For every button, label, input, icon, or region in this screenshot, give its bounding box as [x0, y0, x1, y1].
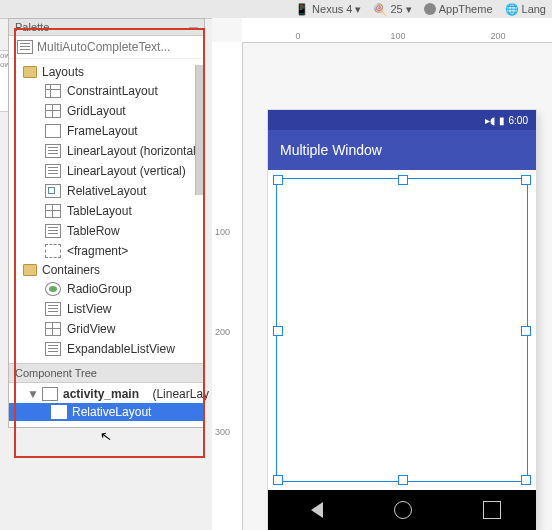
item-linearlayout-v[interactable]: LinearLayout (vertical)	[9, 161, 204, 181]
theme-selector[interactable]: AppTheme	[424, 3, 493, 15]
group-containers[interactable]: Containers	[9, 261, 204, 279]
home-icon[interactable]	[394, 501, 412, 519]
layout-icon	[45, 204, 61, 218]
folder-icon	[23, 66, 37, 78]
item-tablerow[interactable]: TableRow	[9, 221, 204, 241]
tree-arrow-icon[interactable]: ▼	[27, 387, 37, 401]
layout-icon	[45, 144, 61, 158]
selection-rect[interactable]	[276, 178, 528, 482]
status-bar: ▸◖ ▮ 6:00	[268, 110, 536, 130]
app-title: Multiple Window	[280, 142, 382, 158]
scrollbar[interactable]	[195, 65, 204, 195]
layout-icon	[51, 405, 67, 419]
layout-icon	[45, 282, 61, 296]
lang-selector[interactable]: 🌐Lang	[505, 3, 546, 16]
component-tree: ▼ activity_main (LinearLay RelativeLayou…	[9, 383, 204, 427]
back-icon[interactable]	[303, 502, 323, 518]
item-tablelayout[interactable]: TableLayout	[9, 201, 204, 221]
item-gridlayout[interactable]: GridLayout	[9, 101, 204, 121]
layout-icon	[45, 164, 61, 178]
preview-content[interactable]	[268, 170, 536, 490]
resize-handle[interactable]	[521, 475, 531, 485]
cursor-icon: ↖	[99, 427, 114, 445]
top-toolbar: 📱Nexus 4▾ 🍭25▾ AppTheme 🌐Lang	[0, 0, 552, 19]
tree-root[interactable]: ▼ activity_main (LinearLay	[9, 385, 204, 403]
api-selector[interactable]: 🍭25▾	[373, 3, 411, 16]
palette-panel: Palette — MultiAutoCompleteText... Layou…	[8, 18, 205, 428]
collapse-icon[interactable]: —	[189, 22, 198, 32]
clock-text: 6:00	[509, 115, 528, 126]
design-canvas[interactable]: 0 100 200 100 200 300 ▸◖ ▮ 6:00 Multiple…	[212, 18, 552, 530]
item-linearlayout-h[interactable]: LinearLayout (horizontal)	[9, 141, 204, 161]
resize-handle[interactable]	[521, 326, 531, 336]
layout-icon	[45, 84, 61, 98]
item-relativelayout[interactable]: RelativeLayout	[9, 181, 204, 201]
item-radiogroup[interactable]: RadioGroup	[9, 279, 204, 299]
resize-handle[interactable]	[398, 175, 408, 185]
palette-prev-item[interactable]: MultiAutoCompleteText...	[9, 36, 204, 59]
wifi-icon: ▸◖	[485, 115, 495, 126]
ruler-horizontal: 0 100 200	[242, 18, 552, 43]
battery-icon: ▮	[499, 115, 505, 126]
device-preview[interactable]: ▸◖ ▮ 6:00 Multiple Window	[268, 110, 536, 530]
item-framelayout[interactable]: FrameLayout	[9, 121, 204, 141]
layout-icon	[45, 224, 61, 238]
item-listview[interactable]: ListView	[9, 299, 204, 319]
layout-icon	[45, 124, 61, 138]
resize-handle[interactable]	[398, 475, 408, 485]
app-bar: Multiple Window	[268, 130, 536, 170]
resize-handle[interactable]	[521, 175, 531, 185]
text-icon	[17, 40, 33, 54]
device-selector[interactable]: 📱Nexus 4▾	[295, 3, 361, 16]
resize-handle[interactable]	[273, 175, 283, 185]
layout-icon	[45, 244, 61, 258]
layout-icon	[45, 302, 61, 316]
layout-icon	[45, 322, 61, 336]
layout-icon	[42, 387, 58, 401]
layout-icon	[45, 104, 61, 118]
tree-child-relativelayout[interactable]: RelativeLayout	[9, 403, 204, 421]
item-constraintlayout[interactable]: ConstraintLayout	[9, 81, 204, 101]
resize-handle[interactable]	[273, 326, 283, 336]
nav-bar	[268, 490, 536, 530]
layout-icon	[45, 342, 61, 356]
ruler-vertical: 100 200 300	[212, 42, 243, 530]
item-gridview[interactable]: GridView	[9, 319, 204, 339]
resize-handle[interactable]	[273, 475, 283, 485]
palette-header[interactable]: Palette —	[9, 19, 204, 36]
component-tree-header[interactable]: Component Tree	[9, 363, 204, 383]
palette-tree: Layouts ConstraintLayout GridLayout Fram…	[9, 59, 204, 363]
folder-icon	[23, 264, 37, 276]
recents-icon[interactable]	[483, 501, 501, 519]
layout-icon	[45, 184, 61, 198]
item-fragment[interactable]: <fragment>	[9, 241, 204, 261]
group-layouts[interactable]: Layouts	[9, 63, 204, 81]
item-expandablelistview[interactable]: ExpandableListView	[9, 339, 204, 359]
